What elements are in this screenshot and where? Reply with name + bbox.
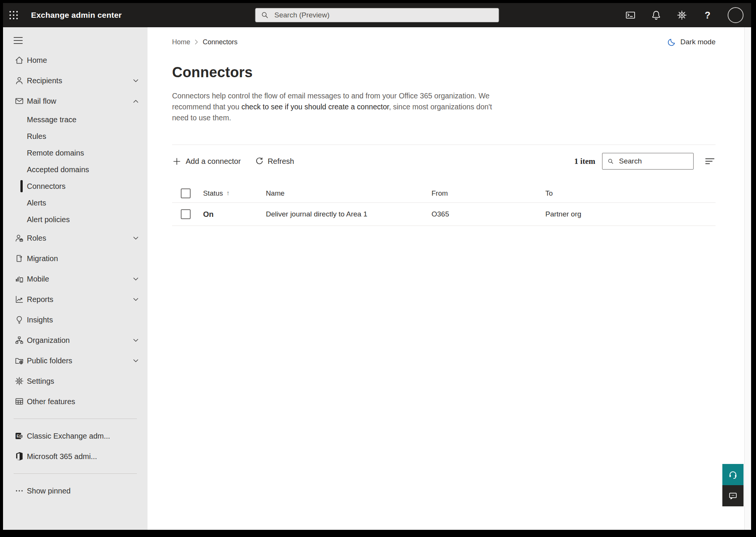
table-header-row: Status ↑ Name From To: [172, 184, 716, 203]
dark-mode-toggle[interactable]: Dark mode: [667, 37, 716, 47]
list-toolbar: Add a connector Refresh 1 item: [172, 145, 716, 177]
select-all-checkbox[interactable]: [181, 188, 191, 198]
table-row[interactable]: On Deliver journal directly to Area 1 O3…: [172, 203, 716, 226]
app-launcher-button[interactable]: [3, 3, 24, 27]
gear-icon: [677, 10, 687, 20]
list-search-input[interactable]: [618, 157, 688, 166]
sidebar-item-alert-policies[interactable]: Alert policies: [3, 211, 147, 228]
svg-text:E: E: [17, 434, 19, 438]
left-navigation: Home Recipients Mail flow Message trace …: [3, 27, 147, 530]
refresh-button[interactable]: Refresh: [255, 157, 294, 166]
reports-icon: [14, 294, 24, 304]
sidebar-item-migration[interactable]: Migration: [3, 248, 147, 269]
sidebar-item-classic-exchange-admin[interactable]: E Classic Exchange adm...: [3, 426, 147, 446]
sidebar-item-organization[interactable]: Organization: [3, 330, 147, 350]
folder-globe-icon: [14, 356, 24, 366]
row-to: Partner org: [545, 210, 716, 218]
notifications-button[interactable]: [650, 9, 662, 21]
dark-mode-label: Dark mode: [680, 38, 716, 46]
account-avatar[interactable]: [728, 7, 744, 23]
headset-icon: [728, 469, 738, 480]
main-content: Home Connectors Dark mode Connectors Con…: [147, 27, 744, 530]
mail-icon: [14, 96, 24, 106]
floating-buttons: [722, 464, 744, 506]
sidebar-item-reports[interactable]: Reports: [3, 289, 147, 310]
cloud-shell-button[interactable]: [625, 9, 636, 21]
office-logo-icon: [14, 451, 24, 461]
page-title: Connectors: [172, 64, 716, 81]
chat-bubble-icon: [728, 491, 738, 501]
sidebar-item-home[interactable]: Home: [3, 50, 147, 70]
sidebar-item-mail-flow[interactable]: Mail flow: [3, 91, 147, 111]
list-search-box[interactable]: [602, 153, 694, 170]
sidebar-item-message-trace[interactable]: Message trace: [3, 111, 147, 128]
create-connector-check-link[interactable]: check to see if you should create a conn…: [241, 103, 389, 111]
sidebar-divider: [14, 473, 137, 474]
help-button[interactable]: ?: [702, 9, 713, 21]
global-search-input[interactable]: [274, 11, 494, 20]
sidebar-item-show-pinned[interactable]: Show pinned: [3, 481, 147, 501]
refresh-icon: [255, 157, 264, 166]
support-button[interactable]: [722, 464, 744, 485]
sidebar-item-connectors[interactable]: Connectors: [3, 178, 147, 195]
settings-button[interactable]: [676, 9, 688, 21]
add-connector-button[interactable]: Add a connector: [172, 157, 241, 166]
column-header-name[interactable]: Name: [266, 189, 432, 198]
sidebar-item-accepted-domains[interactable]: Accepted domains: [3, 161, 147, 178]
mobile-devices-icon: [14, 274, 24, 284]
person-badge-icon: [14, 233, 24, 243]
chevron-down-icon: [133, 79, 138, 82]
plus-icon: [172, 157, 182, 166]
app-title: Exchange admin center: [31, 11, 122, 20]
search-icon: [261, 11, 269, 19]
breadcrumb-chevron-icon: [195, 39, 198, 45]
chevron-up-icon: [133, 100, 138, 103]
chevron-down-icon: [133, 359, 138, 363]
sidebar-item-mobile[interactable]: Mobile: [3, 269, 147, 289]
person-icon: [14, 76, 24, 86]
column-header-status[interactable]: Status ↑: [203, 189, 266, 198]
sidebar-item-settings[interactable]: Settings: [3, 371, 147, 391]
chevron-down-icon: [133, 237, 138, 240]
breadcrumb-current: Connectors: [203, 38, 238, 46]
sidebar-item-alerts[interactable]: Alerts: [3, 195, 147, 211]
column-header-from[interactable]: From: [432, 189, 545, 198]
sidebar-item-microsoft-365-admin[interactable]: Microsoft 365 admi...: [3, 446, 147, 467]
chevron-down-icon: [133, 277, 138, 281]
sidebar-item-rules[interactable]: Rules: [3, 128, 147, 145]
row-name: Deliver journal directly to Area 1: [266, 210, 432, 218]
filter-button[interactable]: [704, 156, 716, 167]
gear-icon: [14, 376, 24, 386]
question-mark-icon: ?: [705, 10, 710, 21]
topbar-actions: ?: [625, 7, 751, 23]
column-header-to[interactable]: To: [545, 189, 716, 198]
page-description: Connectors help control the flow of emai…: [172, 90, 494, 123]
org-chart-icon: [14, 335, 24, 345]
global-search-box[interactable]: [255, 8, 499, 22]
row-checkbox[interactable]: [181, 209, 191, 219]
chevron-down-icon: [133, 298, 138, 301]
sidebar-item-roles[interactable]: Roles: [3, 228, 147, 248]
sidebar-item-recipients[interactable]: Recipients: [3, 70, 147, 91]
sort-ascending-icon: ↑: [226, 190, 230, 197]
nav-collapse-button[interactable]: [14, 37, 23, 44]
ellipsis-icon: [14, 486, 24, 496]
sidebar-item-insights[interactable]: Insights: [3, 310, 147, 330]
moon-icon: [667, 37, 677, 47]
sidebar-divider: [14, 419, 137, 419]
migration-icon: [14, 254, 24, 263]
feedback-button[interactable]: [722, 485, 744, 506]
row-from: O365: [432, 210, 545, 218]
top-bar: Exchange admin center: [3, 3, 751, 27]
sidebar-item-other-features[interactable]: Other features: [3, 391, 147, 412]
breadcrumb-home-link[interactable]: Home: [172, 38, 190, 46]
bell-icon: [651, 10, 661, 20]
search-icon: [607, 157, 614, 165]
lightbulb-icon: [14, 315, 24, 325]
sidebar-item-remote-domains[interactable]: Remote domains: [3, 145, 147, 161]
scrollbar-track[interactable]: [744, 27, 751, 530]
sidebar-item-public-folders[interactable]: Public folders: [3, 350, 147, 371]
item-count: 1 item: [574, 157, 595, 166]
home-icon: [14, 55, 24, 65]
chevron-down-icon: [133, 339, 138, 342]
